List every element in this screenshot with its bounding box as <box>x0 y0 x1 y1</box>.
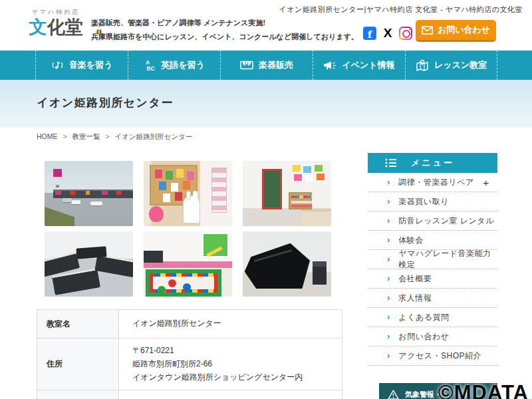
chevron-right-icon: › <box>387 312 390 322</box>
photo-electone-classroom <box>45 231 133 297</box>
sidebar-item-company-overview[interactable]: › 会社概要 <box>368 269 497 289</box>
row-value: イオン姫路別所センター <box>119 310 342 338</box>
warning-triangle-icon <box>388 390 399 399</box>
nav-item-english[interactable]: A BC 英語を習う <box>128 51 220 80</box>
page-title-band: イオン姫路別所センター <box>0 80 532 128</box>
row-label <box>37 390 119 399</box>
weather-banner-label: 気象警報・ <box>405 390 442 399</box>
page-title: イオン姫路別所センター <box>37 95 174 110</box>
breadcrumb-home[interactable]: HOME <box>37 132 58 140</box>
menu-item-label: 会社概要 <box>398 273 432 285</box>
expand-plus-icon[interactable]: + <box>483 177 489 188</box>
table-row-cutoff <box>37 390 342 399</box>
svg-text:BC: BC <box>147 65 155 72</box>
breadcrumb-separator: > <box>63 132 66 140</box>
chevron-right-icon: › <box>387 331 390 341</box>
menu-item-label: ヤマハグレード音楽能力検定 <box>398 248 497 271</box>
tagline-line1: 楽器販売、管楽器・ピアノ調律等 メンテナンス実施! <box>91 16 358 30</box>
menu-item-label: 防音レッスン室 レンタル <box>398 215 494 227</box>
nav-item-lesson-classrooms[interactable]: レッスン教室 <box>405 51 497 80</box>
sidebar-item-trial-session[interactable]: › 体験会 <box>368 231 497 250</box>
photo-shopping-center-exterior <box>45 161 133 226</box>
facebook-glyph: f <box>368 30 372 40</box>
table-row-address: 住所 〒671-0221 姫路市別所町別所2-66 イオンタウン姫路別所ショッピ… <box>37 338 342 390</box>
abc-icon: A BC <box>144 59 156 71</box>
logo-name-rest: 化堂 <box>47 17 83 37</box>
piano-keys-icon <box>240 60 253 70</box>
sidebar-item-access-shop-info[interactable]: › アクセス・SHOP紹介 <box>368 346 497 366</box>
sidebar-item-tuning-repair[interactable]: › 調律・管楽器リペア + <box>368 173 497 192</box>
sidebar-item-instrument-buyback[interactable]: › 楽器買い取り <box>368 192 497 211</box>
weather-warning-banner[interactable]: 気象警報・ <box>379 383 497 399</box>
address-building: イオンタウン姫路別所ショッピングセンター内 <box>132 371 342 384</box>
photo-kids-classroom-rug <box>144 231 232 297</box>
menu-item-label: 体験会 <box>398 235 424 246</box>
chevron-right-icon: › <box>387 215 390 225</box>
logo-name-first: 文 <box>29 17 47 37</box>
site-logo[interactable]: ヤマハ特約店 文化堂 ♪♪ <box>19 8 93 37</box>
nav-item-label: レッスン教室 <box>434 59 487 71</box>
nav-item-label: 楽器販売 <box>259 59 293 71</box>
map-pin-icon <box>416 59 429 72</box>
nav-item-label: イベント情報 <box>342 59 394 71</box>
sidebar-item-faq[interactable]: › よくある質問 <box>368 308 497 327</box>
envelope-icon <box>422 26 433 35</box>
breadcrumb-classroom-list[interactable]: 教室一覧 <box>72 132 100 140</box>
address-postal: 〒671-0221 <box>132 344 342 358</box>
menu-item-label: よくある質問 <box>398 312 449 323</box>
site-header: ヤマハ特約店 文化堂 ♪♪ 楽器販売、管楽器・ピアノ調律等 メンテナンス実施! … <box>0 0 532 51</box>
logo-name: 文化堂 <box>19 17 93 37</box>
chevron-right-icon: › <box>387 273 390 283</box>
photo-gallery <box>45 161 332 297</box>
row-value: 〒671-0221 姫路市別所町別所2-66 イオンタウン姫路別所ショッピングセ… <box>119 338 342 390</box>
main-nav: 音楽を習う A BC 英語を習う 楽器販売 イベント情報 レッ <box>0 51 532 80</box>
tagline-line2: 兵庫県姫路市を中心にレッスン、イベント、コンクールなど開催しております。 <box>91 30 358 44</box>
menu-item-label: 調律・管楽器リペア <box>398 177 473 188</box>
chevron-right-icon: › <box>387 235 390 245</box>
megaphone-icon <box>323 60 336 71</box>
classroom-info-table: 教室名 イオン姫路別所センター 住所 〒671-0221 姫路市別所町別所2-6… <box>37 309 342 399</box>
sidebar-menu-header: メニュー <box>368 153 497 173</box>
page-meta-title: イオン姫路別所センター|ヤマハ特約店 文化堂 - ヤマハ特約店の文化堂 <box>279 5 523 15</box>
sidebar-item-recruitment[interactable]: › 求人情報 <box>368 289 497 308</box>
chevron-right-icon: › <box>387 196 390 206</box>
music-note-icon <box>51 59 64 71</box>
table-row-classroom-name: 教室名 イオン姫路別所センター <box>37 310 342 338</box>
photo-classroom-entrance <box>243 161 331 226</box>
nav-item-events[interactable]: イベント情報 <box>313 51 405 80</box>
menu-item-label: アクセス・SHOP紹介 <box>398 350 481 362</box>
list-icon <box>385 158 396 168</box>
x-glyph: X <box>384 26 392 41</box>
row-value <box>119 390 342 399</box>
instagram-icon[interactable] <box>399 27 412 40</box>
photo-bulletin-board <box>144 161 232 226</box>
breadcrumb-separator: > <box>105 132 109 140</box>
nav-item-instrument-sales[interactable]: 楽器販売 <box>220 51 313 80</box>
row-label: 住所 <box>37 338 119 390</box>
chevron-right-icon: › <box>387 177 390 187</box>
menu-item-label: 楽器買い取り <box>398 196 449 207</box>
sidebar-item-contact[interactable]: › お問い合わせ <box>368 327 497 346</box>
photo-grand-piano-room <box>243 231 331 297</box>
menu-item-label: 求人情報 <box>398 293 432 304</box>
chevron-right-icon: › <box>387 254 390 264</box>
instagram-glyph <box>400 28 411 39</box>
contact-button[interactable]: お問い合わせ <box>416 20 496 42</box>
nav-item-label: 音楽を習う <box>69 59 113 71</box>
facebook-icon[interactable]: f <box>363 27 376 40</box>
social-links: f X <box>363 27 412 40</box>
sidebar-item-yamaha-grade-exam[interactable]: › ヤマハグレード音楽能力検定 <box>368 250 497 269</box>
logo-store-type: ヤマハ特約店 <box>19 8 93 17</box>
menu-title: メニュー <box>411 157 454 169</box>
nav-item-music[interactable]: 音楽を習う <box>35 51 128 80</box>
chevron-right-icon: › <box>387 350 390 360</box>
menu-item-label: お問い合わせ <box>398 331 449 342</box>
x-twitter-icon[interactable]: X <box>381 27 394 40</box>
address-street: 姫路市別所町別所2-66 <box>132 358 342 371</box>
sidebar-menu: メニュー › 調律・管楽器リペア + › 楽器買い取り › 防音レッスン室 レン… <box>368 153 497 366</box>
header-tagline: 楽器販売、管楽器・ピアノ調律等 メンテナンス実施! 兵庫県姫路市を中心にレッスン… <box>91 16 358 45</box>
row-label: 教室名 <box>37 310 119 338</box>
chevron-right-icon: › <box>387 293 390 303</box>
contact-button-label: お問い合わせ <box>438 24 490 36</box>
sidebar-item-soundproof-room-rental[interactable]: › 防音レッスン室 レンタル <box>368 211 497 231</box>
